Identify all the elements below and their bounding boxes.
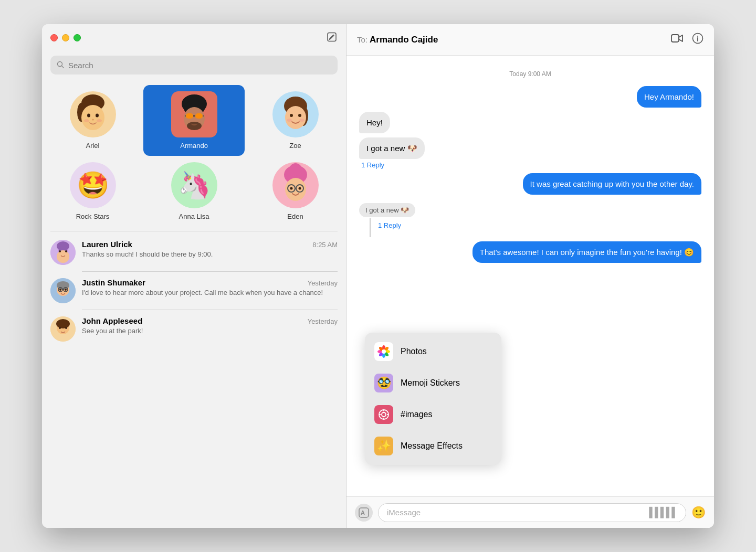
close-button[interactable] (50, 34, 58, 41)
svg-point-56 (56, 319, 70, 328)
avatar-annalisa: 🦄 (171, 162, 217, 208)
svg-rect-16 (186, 113, 193, 119)
svg-point-44 (59, 250, 61, 252)
app-store-button[interactable]: A (355, 504, 373, 522)
popup-item-memoji[interactable]: 🥸 Memoji Stickers (365, 367, 501, 399)
pinned-label-armando: Armando (180, 142, 208, 150)
svg-point-39 (298, 187, 301, 190)
search-bar[interactable] (50, 56, 338, 75)
convo-preview-lauren: Thanks so much! I should be there by 9:0… (82, 250, 338, 259)
pinned-label-rockstars: Rock Stars (76, 213, 110, 220)
pinned-item-zoe[interactable]: Zoe (245, 85, 346, 156)
thread-group: I got a new 🐶 1 Reply (359, 203, 415, 237)
popup-item-photos[interactable]: Photos (365, 336, 501, 367)
svg-point-52 (59, 289, 61, 291)
conversation-item-lauren[interactable]: Lauren Ulrick 8:25 AM Thanks so much! I … (42, 233, 346, 271)
popup-label-effects: Message Effects (401, 441, 463, 451)
svg-point-62 (697, 36, 698, 37)
memoji-icon: 🥸 (374, 374, 393, 392)
pinned-item-annalisa[interactable]: 🦄 Anna Lisa (143, 156, 245, 227)
svg-point-26 (290, 114, 293, 117)
reply-thread-1[interactable]: 1 Reply (359, 161, 425, 169)
svg-point-42 (57, 241, 69, 251)
sub-reply-1[interactable]: 1 Reply (376, 221, 401, 229)
input-bar: A iMessage ▌▌▌▌▌ 🙂 (346, 496, 714, 528)
pinned-label-zoe: Zoe (289, 142, 301, 150)
message-new-dog: I got a new 🐶 1 Reply (359, 137, 425, 169)
convo-time-lauren: 8:25 AM (312, 241, 338, 249)
convo-avatar-john (50, 316, 76, 342)
titlebar (42, 24, 346, 51)
popup-item-effects[interactable]: ✨ Message Effects (365, 430, 501, 462)
pinned-item-ariel[interactable]: Ariel (42, 85, 143, 156)
avatar-ariel (70, 91, 116, 137)
sub-bubble-dog: I got a new 🐶 (359, 203, 415, 217)
svg-point-7 (87, 114, 90, 118)
search-input[interactable] (68, 61, 331, 70)
pinned-item-eden[interactable]: Eden (245, 156, 346, 227)
avatar-armando (171, 91, 217, 137)
avatar-eden (272, 162, 319, 208)
bubble-hey: Hey! (359, 112, 390, 133)
imessage-input[interactable]: iMessage ▌▌▌▌▌ (378, 503, 686, 522)
svg-point-8 (96, 114, 99, 118)
bubble-hey-armando: Hey Armando! (637, 86, 701, 108)
bubble-awesome: That's awesome! I can only imagine the f… (472, 241, 701, 263)
app-window: Ariel (42, 24, 714, 528)
svg-point-21 (187, 122, 202, 130)
pinned-label-eden: Eden (287, 213, 303, 220)
svg-point-25 (285, 106, 306, 129)
maximize-button[interactable] (74, 34, 81, 41)
contact-name: Armando Cajide (370, 35, 663, 45)
convo-time-john: Yesterday (308, 317, 338, 325)
message-great-catchup: It was great catching up with you the ot… (523, 173, 701, 195)
chat-header: To: Armando Cajide (346, 24, 714, 56)
message-hey: Hey! (359, 112, 390, 133)
effects-icon: ✨ (374, 437, 393, 455)
conversation-item-justin[interactable]: Justin Shumaker Yesterday I'd love to he… (42, 272, 346, 310)
popup-label-photos: Photos (401, 347, 427, 356)
conversation-list: Lauren Ulrick 8:25 AM Thanks so much! I … (42, 231, 346, 528)
popup-item-images[interactable]: #images (365, 399, 501, 430)
svg-line-2 (62, 66, 64, 68)
convo-preview-justin: I'd love to hear more about your project… (82, 288, 338, 298)
avatar-rockstars: 🤩 (70, 162, 116, 208)
compose-button[interactable] (326, 31, 338, 45)
convo-name-justin: Justin Shumaker (82, 278, 145, 287)
svg-rect-59 (671, 35, 679, 42)
images-icon (374, 405, 393, 424)
info-button[interactable] (692, 33, 704, 47)
svg-point-58 (65, 327, 67, 329)
thread-connector (370, 218, 371, 237)
svg-point-74 (382, 412, 386, 417)
svg-point-9 (92, 119, 94, 121)
audio-icon: ▌▌▌▌▌ (649, 507, 677, 518)
pinned-item-armando[interactable]: Armando (143, 85, 245, 156)
svg-point-33 (289, 163, 302, 176)
convo-preview-john: See you at the park! (82, 326, 338, 336)
svg-point-10 (84, 119, 89, 122)
svg-rect-0 (328, 33, 336, 41)
timestamp: Today 9:00 AM (359, 70, 701, 78)
emoji-button[interactable]: 🙂 (691, 506, 706, 519)
right-panel: To: Armando Cajide Today 9:00 AM (346, 24, 714, 528)
convo-avatar-lauren (50, 240, 76, 265)
svg-point-28 (287, 119, 292, 122)
message-awesome: That's awesome! I can only imagine the f… (472, 241, 701, 263)
svg-point-6 (81, 105, 104, 130)
svg-point-11 (97, 119, 102, 122)
pinned-label-ariel: Ariel (86, 142, 99, 150)
popup-label-images: #images (401, 410, 432, 419)
convo-content-justin: Justin Shumaker Yesterday I'd love to he… (82, 278, 338, 298)
avatar-zoe (272, 91, 319, 137)
bubble-great-catchup: It was great catching up with you the ot… (523, 173, 701, 195)
pinned-item-rockstars[interactable]: 🤩 Rock Stars (42, 156, 143, 227)
conversation-item-john[interactable]: John Appleseed Yesterday See you at the … (42, 310, 346, 348)
svg-point-57 (59, 327, 61, 329)
popup-menu: Photos 🥸 Memoji Stickers #ima (365, 333, 501, 465)
video-call-button[interactable] (671, 33, 684, 46)
minimize-button[interactable] (62, 34, 69, 41)
svg-point-38 (290, 187, 292, 190)
convo-header-justin: Justin Shumaker Yesterday (82, 278, 338, 287)
popup-label-memoji: Memoji Stickers (401, 378, 460, 388)
